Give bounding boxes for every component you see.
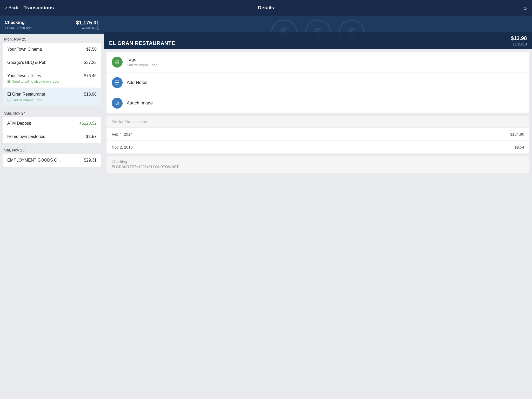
add-notes-row[interactable]: ☰ Add Notes xyxy=(107,72,529,93)
tags-icon: ⊟ xyxy=(112,57,123,68)
transaction-row[interactable]: Hometown pasteries $1.57 xyxy=(3,130,101,143)
similar-header: Similar Transactions xyxy=(107,116,529,128)
tags-text-block: Tags Entertainment, Food xyxy=(127,57,524,67)
top-nav: ‹ Back Transactions ⌕ Details xyxy=(0,0,532,16)
note-text: Need to call to dispute overage. xyxy=(12,79,59,83)
account-info-footer: Checking ELGRANREST#1298461YOURTOWNST xyxy=(107,156,529,173)
tx-main: El Gran Restaurante $13.98 xyxy=(7,92,97,97)
info-icon[interactable]: i xyxy=(96,26,99,30)
notes-icon: ☰ xyxy=(112,77,123,88)
available-label: Available i xyxy=(76,26,99,30)
details-date: 11/25/18 xyxy=(511,42,527,46)
left-panel: Checking x1234 · 2 min ago $1,175.01 Ava… xyxy=(0,16,104,399)
transactions-card-sat: EMPLOYMENT GOODS O... $29.31 xyxy=(3,154,101,167)
details-content: ⊟ Tags Entertainment, Food ☰ Add Notes ⊙… xyxy=(107,52,529,113)
right-panel: $ $ $ EL GRAN RESTAURANTE $13.98 11/25/1… xyxy=(104,16,532,399)
transaction-row-active[interactable]: El Gran Restaurante $13.98 ⊟ Entertainme… xyxy=(3,88,101,106)
details-title: Details xyxy=(258,5,274,11)
transaction-row[interactable]: Your Town Utilities $76.46 ☰ Need to cal… xyxy=(3,69,101,88)
account-name: Checking xyxy=(5,20,31,25)
footer-account-name: Checking xyxy=(112,160,524,164)
tx-name: Hometown pasteries xyxy=(7,134,45,139)
note-icon: ☰ xyxy=(7,79,10,83)
tags-value: Entertainment, Food xyxy=(127,63,524,67)
similar-amount: $104.80 xyxy=(510,132,524,136)
transactions-card-mon: Your Town Cinema $7.50 George's BBQ & Pu… xyxy=(3,43,101,106)
chevron-left-icon: ‹ xyxy=(5,5,7,11)
attach-text-block: Attach Image xyxy=(127,101,524,106)
date-header-mon: Mon, Nov 25 xyxy=(0,34,104,43)
search-button[interactable]: ⌕ xyxy=(523,4,527,11)
tx-name: George's BBQ & Pub xyxy=(7,60,46,65)
add-notes-label: Add Notes xyxy=(127,80,524,85)
camera-icon: ⊙ xyxy=(112,98,123,109)
notes-text-block: Add Notes xyxy=(127,80,524,85)
tx-amount: $1.57 xyxy=(86,134,97,139)
similar-row[interactable]: Nov 2, 2013 $9.54 xyxy=(107,141,529,154)
date-header-sat: Sat, Nov 23 xyxy=(0,145,104,154)
tx-name: Your Town Cinema xyxy=(7,47,42,52)
tx-main: George's BBQ & Pub $37.25 xyxy=(7,60,97,65)
similar-amount: $9.54 xyxy=(514,145,524,149)
transactions-card-sun: ATM Deposit +$128.52 Hometown pasteries … xyxy=(3,117,101,143)
footer-account-id: ELGRANREST#1298461YOURTOWNST xyxy=(112,165,524,169)
tx-name: ATM Deposit xyxy=(7,121,31,126)
similar-transactions-section: Similar Transactions Feb 4, 2014 $104.80… xyxy=(107,116,529,154)
tx-main: ATM Deposit +$128.52 xyxy=(7,121,97,126)
account-info: Checking x1234 · 2 min ago xyxy=(5,20,31,30)
tx-name: El Gran Restaurante xyxy=(7,92,45,97)
attach-image-row[interactable]: ⊙ Attach Image xyxy=(107,93,529,113)
tx-note: ☰ Need to call to dispute overage. xyxy=(7,79,97,83)
tags-label: Tags xyxy=(127,57,524,62)
tx-amount: $76.46 xyxy=(84,74,97,78)
account-balance: $1,175.01 Available i xyxy=(76,20,99,30)
account-sub: x1234 · 2 min ago xyxy=(5,26,31,30)
transaction-row[interactable]: EMPLOYMENT GOODS O... $29.31 xyxy=(3,154,101,167)
tx-name: Your Town Utilities xyxy=(7,74,41,78)
tx-main: EMPLOYMENT GOODS O... $29.31 xyxy=(7,158,97,163)
tag-text: Entertainment, Food xyxy=(12,98,42,102)
tx-amount: $37.25 xyxy=(84,60,97,65)
account-header: Checking x1234 · 2 min ago $1,175.01 Ava… xyxy=(0,16,104,34)
balance-amount: $1,175.01 xyxy=(76,20,99,26)
transaction-row[interactable]: Your Town Cinema $7.50 xyxy=(3,43,101,56)
tx-name: EMPLOYMENT GOODS O... xyxy=(7,158,61,163)
details-banner: $ $ $ EL GRAN RESTAURANTE $13.98 11/25/1… xyxy=(104,16,532,49)
tx-amount: $13.98 xyxy=(84,92,97,97)
tx-amount-positive: +$128.52 xyxy=(79,121,97,126)
tx-main: Your Town Utilities $76.46 xyxy=(7,74,97,78)
tx-tag: ⊟ Entertainment, Food xyxy=(7,98,97,102)
details-amount: $13.98 xyxy=(511,35,527,41)
tags-row[interactable]: ⊟ Tags Entertainment, Food xyxy=(107,52,529,72)
merchant-name: EL GRAN RESTAURANTE xyxy=(109,40,175,46)
back-button[interactable]: ‹ Back xyxy=(5,5,18,11)
attach-image-label: Attach Image xyxy=(127,101,524,106)
date-header-sun: Sun, Nov 24 xyxy=(0,108,104,117)
tag-icon: ⊟ xyxy=(7,98,10,102)
banner-overlay: EL GRAN RESTAURANTE $13.98 11/25/18 xyxy=(104,32,532,49)
back-label: Back xyxy=(9,5,18,10)
similar-row[interactable]: Feb 4, 2014 $104.80 xyxy=(107,128,529,141)
similar-date: Nov 2, 2013 xyxy=(112,145,133,149)
tx-amount: $29.31 xyxy=(84,158,97,163)
tx-main: Your Town Cinema $7.50 xyxy=(7,47,97,52)
main-layout: Checking x1234 · 2 min ago $1,175.01 Ava… xyxy=(0,16,532,399)
transaction-row[interactable]: George's BBQ & Pub $37.25 xyxy=(3,56,101,69)
tx-main: Hometown pasteries $1.57 xyxy=(7,134,97,139)
transaction-row[interactable]: ATM Deposit +$128.52 xyxy=(3,117,101,130)
details-amount-block: $13.98 11/25/18 xyxy=(511,35,527,46)
tx-amount: $7.50 xyxy=(86,47,97,52)
similar-date: Feb 4, 2014 xyxy=(112,132,132,136)
